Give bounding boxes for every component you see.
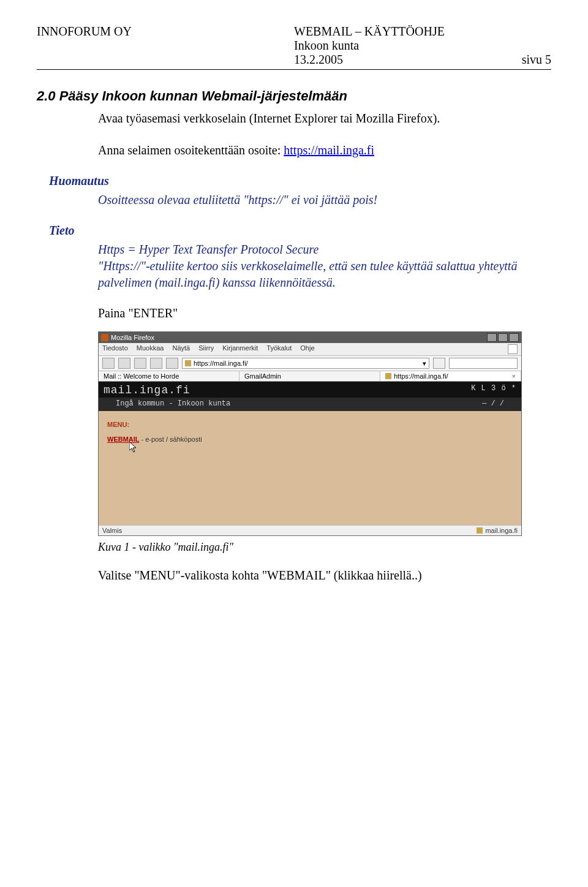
browser-menubar: Tiedosto Muokkaa Näytä Siirry Kirjanmerk… [99,343,521,356]
menu-help[interactable]: Ohje [300,344,314,354]
throbber-icon [508,344,518,354]
mail-url-link[interactable]: https://mail.inga.fi [284,143,374,157]
browser-toolbar: https://mail.inga.fi/ ▾ [99,356,521,371]
stop-button[interactable] [150,358,162,369]
dropdown-icon[interactable]: ▾ [423,360,426,368]
webmail-desc: - e-post / sähköposti [140,436,202,443]
window-title: Mozilla Firefox [111,334,154,341]
header-rule [37,69,551,70]
lock-icon [385,373,391,379]
tieto-line1: Https = Hyper Text Teansfer Protocol Sec… [98,241,551,258]
home-button[interactable] [166,358,178,369]
paragraph-2: Anna selaimen osoitekenttään osoite: htt… [98,142,551,159]
forward-button[interactable] [118,358,130,369]
page-body: MENU: WEBMAIL - e-post / sähköposti [99,411,521,525]
banner-domain: mail.inga.fi [104,384,190,396]
figure-caption: Kuva 1 - valikko "mail.inga.fi" [98,541,551,554]
header-subtitle: Inkoon kunta [294,39,551,53]
huomautus-text: Osoitteessa olevaa etuliitettä "https://… [98,192,551,208]
tab-2[interactable]: GmailAdmin [239,371,380,381]
paragraph-2-prefix: Anna selaimen osoitekenttään osoite: [98,143,284,157]
menu-edit[interactable]: Muokkaa [137,344,164,354]
tab-3-label: https://mail.inga.fi/ [394,372,448,380]
window-minimize-button[interactable] [487,333,497,342]
reload-button[interactable] [134,358,146,369]
site-banner: mail.inga.fi K L 3 ö * [99,382,521,398]
tab-1-label: Mail :: Welcome to Horde [104,372,179,380]
banner-sub-text: Ingå kommun - Inkoon kunta [116,399,230,408]
address-bar[interactable]: https://mail.inga.fi/ ▾ [182,358,429,369]
tieto-title: Tieto [49,224,551,238]
document-header: INNOFORUM OY WEBMAIL – KÄYTTÖOHJE Inkoon… [37,25,551,70]
close-tab-icon[interactable]: × [512,372,516,380]
browser-tabs: Mail :: Welcome to Horde GmailAdmin http… [99,371,521,382]
menu-heading: MENU: [99,411,521,433]
cursor-icon [129,442,138,453]
menu-item-webmail: WEBMAIL - e-post / sähköposti [99,433,521,445]
lock-icon [185,360,191,366]
firefox-icon [101,334,108,341]
browser-screenshot: Mozilla Firefox Tiedosto Muokkaa Näytä S… [98,331,522,536]
status-right: mail.inga.fi [485,527,518,534]
window-titlebar: Mozilla Firefox [99,332,521,343]
lock-icon [477,527,483,534]
paragraph-1: Avaa työasemasi verkkoselain (Internet E… [98,110,551,127]
header-page: sivu 5 [522,53,551,67]
menu-file[interactable]: Tiedosto [102,344,128,354]
header-title: WEBMAIL – KÄYTTÖOHJE [294,25,551,39]
status-bar: Valmis mail.inga.fi [99,525,521,535]
svg-marker-0 [129,442,136,452]
go-button[interactable] [433,358,445,369]
menu-tools[interactable]: Työkalut [266,344,292,354]
huomautus-title: Huomautus [49,174,551,188]
menu-view[interactable]: Näytä [172,344,190,354]
document-page: INNOFORUM OY WEBMAIL – KÄYTTÖOHJE Inkoon… [0,0,588,887]
window-close-button[interactable] [509,333,519,342]
tieto-line2: "Https://"-etuliite kertoo siis verkkose… [98,258,551,291]
tab-3[interactable]: https://mail.inga.fi/ × [380,371,521,381]
section-heading: 2.0 Pääsy Inkoon kunnan Webmail-järjeste… [37,88,551,104]
status-left: Valmis [102,527,122,534]
banner-ascii-art-2: — / / [482,399,504,408]
back-button[interactable] [102,358,115,369]
press-enter-text: Paina "ENTER" [98,306,551,320]
header-company: INNOFORUM OY [37,25,294,39]
address-bar-text: https://mail.inga.fi/ [194,360,248,367]
tab-2-label: GmailAdmin [244,372,281,380]
window-maximize-button[interactable] [498,333,508,342]
menu-go[interactable]: Siirry [198,344,214,354]
site-banner-sub: Ingå kommun - Inkoon kunta — / / [99,398,521,411]
tab-1[interactable]: Mail :: Welcome to Horde [99,371,239,381]
final-instruction: Valitse "MENU"-valikosta kohta "WEBMAIL"… [98,568,551,583]
menu-bookmarks[interactable]: Kirjanmerkit [222,344,258,354]
search-box[interactable] [449,358,518,369]
banner-ascii-art: K L 3 ö * [471,384,516,393]
header-date: 13.2.2005 [294,53,343,67]
